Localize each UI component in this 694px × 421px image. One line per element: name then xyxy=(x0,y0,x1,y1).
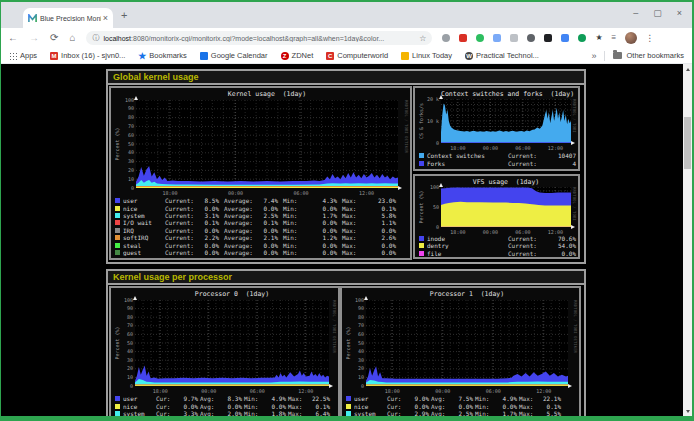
legend-stat-value: 1.8% xyxy=(263,410,286,416)
legend-stat-label: Min: xyxy=(475,410,494,416)
reload-icon[interactable]: ⟳ xyxy=(50,33,58,43)
browser-tab[interactable]: Blue Precision Monitorix × xyxy=(23,8,113,28)
chart-processor-1[interactable]: Processor 1 (1day)Percent (%)RRDTOOL / T… xyxy=(340,286,581,416)
green-circle-extension-icon[interactable] xyxy=(578,34,586,42)
bookmark-item[interactable]: WPractical Technol... xyxy=(465,51,539,60)
legend-stat-label: Min: xyxy=(244,395,263,402)
y-tick-label: 50 xyxy=(421,205,439,210)
green-globe-extension-icon[interactable] xyxy=(476,34,484,42)
legend-row: fileCurrent:0.0% xyxy=(415,250,576,257)
section-body: Processor 0 (1day)Percent (%)RRDTOOL / T… xyxy=(108,285,584,416)
bookmarks-overflow-icon[interactable]: » xyxy=(591,51,596,61)
legend-stat-value: 0.1% xyxy=(373,205,396,212)
y-tick-label: 90 xyxy=(116,106,134,111)
legend-stat-value: 1.7% xyxy=(314,212,337,219)
browser-toolbar: ← → ⟳ ⌂ ⓘ localhost :8080/monitorix-cgi/… xyxy=(1,28,692,48)
y-tick-label: 0 xyxy=(116,186,134,191)
back-icon[interactable]: ← xyxy=(8,33,18,43)
legend-stat-label: Current: xyxy=(165,219,196,226)
pages-extension-icon[interactable] xyxy=(493,34,501,42)
page-scrollbar[interactable] xyxy=(683,64,692,416)
search-extension-icon[interactable] xyxy=(442,34,450,42)
eye-extension-icon[interactable] xyxy=(527,34,535,42)
bookmark-item[interactable]: Linux Today xyxy=(401,51,452,60)
scrollbar-up-icon[interactable] xyxy=(683,64,692,74)
bookmarks-bar: AppsMInbox (16) - sjvn0...★BookmarksGoog… xyxy=(1,48,692,64)
legend-stat-value: 9.7% xyxy=(175,395,198,402)
tab-close-icon[interactable]: × xyxy=(103,14,108,23)
other-bookmarks[interactable]: Other bookmarks xyxy=(613,51,684,60)
legend-stat-label: Min: xyxy=(244,410,263,416)
dark-extension-icon[interactable] xyxy=(544,34,552,42)
chart-vfs-usage[interactable]: VFS usage (1day)Percent (%)RRDTOOL / TOB… xyxy=(413,174,580,259)
rrdtool-watermark: RRDTOOL / TOBI OETIKER xyxy=(332,300,337,386)
blue-extension-icon[interactable] xyxy=(561,34,569,42)
legend-row: softIRQCurrent:2.2%Average:2.1%Min:1.2%M… xyxy=(111,234,408,241)
legend-stat-label: Current: xyxy=(508,160,544,167)
legend-stat-value: 3.1% xyxy=(196,212,219,219)
legend-stat-value: 0.0% xyxy=(373,242,396,249)
legend-stat-value: 8.5% xyxy=(196,197,219,204)
y-axis-arrow-icon xyxy=(439,183,443,187)
legend-swatch xyxy=(419,153,424,158)
legend-stat-label: Max: xyxy=(342,205,373,212)
chart-title: Kernel usage (1day) xyxy=(136,90,398,98)
legend-stat-label: Max: xyxy=(288,403,307,410)
scrollbar-thumb[interactable] xyxy=(684,117,691,169)
y-tick-label: 10 xyxy=(346,375,364,380)
window-close-button[interactable]: × xyxy=(677,7,682,19)
page-info-icon[interactable]: ⓘ xyxy=(92,33,99,43)
new-tab-button[interactable]: + xyxy=(121,10,127,21)
chart-processor-0[interactable]: Processor 0 (1day)Percent (%)RRDTOOL / T… xyxy=(109,286,340,416)
legend-stat-value: 4.9% xyxy=(494,395,517,402)
section-kernel-usage-per-processor: Kernel usage per processor Processor 0 (… xyxy=(106,269,586,416)
minimize-button[interactable]: – xyxy=(633,7,638,19)
legend-stat-value: 0.0% xyxy=(373,227,396,234)
legend-stat-value: 70.6% xyxy=(544,235,576,242)
y-tick-label: 100 xyxy=(421,185,439,190)
legend-stat-value: 0.1% xyxy=(307,403,330,410)
legend-row: guestCurrent:0.0%Average:0.0%Min:0.0%Max… xyxy=(111,249,408,256)
legend-stat-label: Current: xyxy=(508,242,544,249)
chart-kernel-usage[interactable]: Kernel usage (1day)Percent (%)RRDTOOL / … xyxy=(109,86,412,260)
legend-stat-label: Avg: xyxy=(200,395,219,402)
bookmark-item[interactable]: MInbox (16) - sjvn0... xyxy=(50,51,125,60)
section-title: Kernel usage per processor xyxy=(108,271,584,285)
legend-stat-value: 0.0% xyxy=(406,403,429,410)
bookmark-item[interactable]: ZZDNet xyxy=(281,51,314,60)
bookmark-star-icon[interactable]: ☆ xyxy=(419,34,426,43)
section-body: Kernel usage (1day)Percent (%)RRDTOOL / … xyxy=(108,85,584,262)
grey-extension-icon[interactable] xyxy=(510,34,518,42)
gmail-extension-icon[interactable] xyxy=(459,34,467,42)
legend-swatch xyxy=(419,243,424,248)
chart-context-switches[interactable]: Context switches and forks (1day)CS & fo… xyxy=(413,86,580,171)
x-tick-label: 00:00 xyxy=(196,388,222,394)
legend-row: userCurrent:8.5%Average:7.4%Min:4.3%Max:… xyxy=(111,197,408,204)
legend-stat-value: 1.7% xyxy=(494,410,517,416)
bookmark-item[interactable]: CComputerworld xyxy=(326,51,388,60)
forward-icon[interactable]: → xyxy=(29,33,39,43)
legend-stat-value: 0.0% xyxy=(314,227,337,234)
legend-stat-value: 22.5% xyxy=(307,395,330,402)
home-icon[interactable]: ⌂ xyxy=(69,33,75,43)
legend-stat-value: 0.0% xyxy=(196,242,219,249)
bookmark-item[interactable]: Apps xyxy=(9,51,37,60)
y-tick-label: 50 xyxy=(346,341,364,346)
monitorix-favicon-icon xyxy=(28,14,37,23)
legend-name: inode xyxy=(427,235,508,242)
legend-stat-value: 0.0% xyxy=(450,403,473,410)
maximize-button[interactable]: ▢ xyxy=(653,7,662,19)
legend-stat-label: Min: xyxy=(283,205,314,212)
legend-name: nice xyxy=(123,205,165,212)
bookmark-item[interactable]: Google Calendar xyxy=(200,51,268,60)
profile-avatar[interactable] xyxy=(625,32,637,44)
scrollbar-down-icon[interactable] xyxy=(683,406,692,416)
legend-swatch xyxy=(115,250,120,255)
y-tick-label: 80 xyxy=(116,115,134,120)
legend-row: inodeCurrent:70.6% xyxy=(415,235,576,242)
browser-menu-icon[interactable]: ⋮ xyxy=(645,33,654,43)
omnibox[interactable]: ⓘ localhost :8080/monitorix-cgi/monitori… xyxy=(86,31,432,45)
list-extension-icon[interactable]: ≡ xyxy=(612,34,617,42)
bookmark-item[interactable]: ★Bookmarks xyxy=(138,51,187,60)
pin-extension-icon[interactable]: ★ xyxy=(595,34,602,42)
